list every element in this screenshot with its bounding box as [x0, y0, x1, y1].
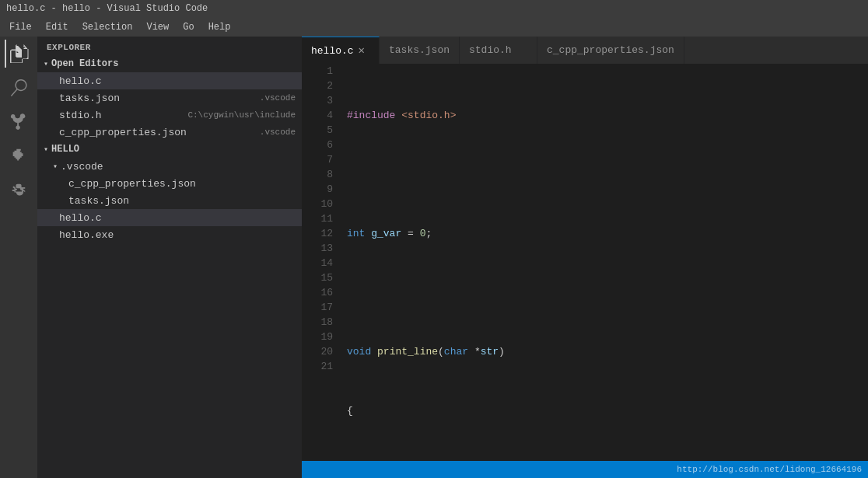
hello-c-name: hello.c	[59, 212, 102, 224]
line-num-16: 16	[302, 285, 333, 300]
line-num-4: 4	[302, 108, 333, 123]
open-editors-section[interactable]: ▾ Open Editors	[37, 55, 302, 72]
open-editor-hello-c[interactable]: hello.c	[37, 72, 302, 89]
title-text: hello.c - hello - Visual Studio Code	[6, 3, 208, 14]
line-num-8: 8	[302, 167, 333, 182]
line-num-13: 13	[302, 241, 333, 256]
line-num-11: 11	[302, 211, 333, 226]
line-num-18: 18	[302, 315, 333, 330]
open-editor-tasks-json-name: tasks.json	[59, 92, 255, 104]
open-editor-c-cpp[interactable]: c_cpp_properties.json .vscode	[37, 124, 302, 141]
vscode-folder-arrow: ▾	[53, 162, 58, 171]
tab-hello-c-close[interactable]: ✕	[359, 45, 365, 56]
code-line-5: void print_line(char *str)	[347, 344, 868, 359]
search-icon[interactable]	[5, 74, 33, 102]
tab-stdio-h-label: stdio.h	[469, 44, 512, 56]
hello-folder-label: HELLO	[51, 144, 79, 155]
code-editor: 1 2 3 4 5 6 7 8 9 10 11 12 13 14 15 16 1…	[302, 64, 868, 461]
tab-tasks-json[interactable]: tasks.json	[380, 37, 460, 64]
tab-bar: hello.c ✕ tasks.json stdio.h c_cpp_prope…	[302, 37, 868, 64]
line-num-6: 6	[302, 138, 333, 152]
open-editor-c-cpp-name: c_cpp_properties.json	[59, 127, 255, 138]
c-cpp-properties-file[interactable]: c_cpp_properties.json	[37, 175, 302, 192]
open-editor-tasks-json-path: .vscode	[260, 93, 296, 103]
code-line-6: {	[347, 403, 868, 418]
line-num-2: 2	[302, 79, 333, 93]
tab-tasks-json-label: tasks.json	[389, 44, 450, 56]
extensions-icon[interactable]	[5, 142, 33, 170]
hello-exe-file[interactable]: hello.exe	[37, 226, 302, 243]
menu-help[interactable]: Help	[202, 20, 237, 34]
tab-hello-c[interactable]: hello.c ✕	[302, 37, 380, 64]
hello-exe-name: hello.exe	[59, 229, 114, 241]
vscode-folder-name: .vscode	[61, 161, 103, 173]
source-control-icon[interactable]	[5, 108, 33, 136]
code-line-1: #include <stdio.h>	[347, 108, 868, 123]
hello-folder-section[interactable]: ▾ HELLO	[37, 141, 302, 158]
code-line-3: int g_var = 0;	[347, 226, 868, 241]
status-url: http://blog.csdn.net/lidong_12664196	[677, 465, 862, 474]
line-num-3: 3	[302, 93, 333, 108]
open-editor-stdio-h-name: stdio.h	[59, 110, 183, 121]
menu-bar: File Edit Selection View Go Help	[0, 17, 868, 37]
line-num-19: 19	[302, 330, 333, 344]
menu-go[interactable]: Go	[177, 20, 200, 34]
tab-c-cpp-properties[interactable]: c_cpp_properties.json	[537, 37, 684, 64]
files-icon[interactable]	[5, 40, 33, 68]
open-editor-stdio-h-path: C:\cygwin\usr\include	[187, 110, 296, 120]
tab-stdio-h[interactable]: stdio.h	[460, 37, 537, 64]
code-content[interactable]: #include <stdio.h> int g_var = 0; void p…	[341, 64, 868, 461]
explorer-header: Explorer	[37, 37, 302, 55]
debug-icon[interactable]	[5, 176, 33, 204]
line-num-20: 20	[302, 344, 333, 359]
code-line-2	[347, 167, 868, 182]
line-num-10: 10	[302, 197, 333, 211]
line-num-17: 17	[302, 300, 333, 315]
tab-c-cpp-properties-label: c_cpp_properties.json	[547, 44, 674, 56]
line-num-1: 1	[302, 64, 333, 79]
sidebar: Explorer ▾ Open Editors hello.c tasks.js…	[37, 37, 302, 478]
open-editor-hello-c-name: hello.c	[59, 75, 296, 87]
line-num-21: 21	[302, 359, 333, 374]
line-num-5: 5	[302, 123, 333, 138]
code-line-4	[347, 285, 868, 300]
tasks-json-file[interactable]: tasks.json	[37, 192, 302, 209]
status-bar: http://blog.csdn.net/lidong_12664196	[302, 461, 868, 478]
hello-folder-arrow: ▾	[44, 145, 48, 154]
line-num-7: 7	[302, 152, 333, 167]
menu-edit[interactable]: Edit	[40, 20, 75, 34]
vscode-folder[interactable]: ▾ .vscode	[37, 158, 302, 175]
c-cpp-properties-name: c_cpp_properties.json	[68, 178, 196, 190]
line-num-9: 9	[302, 182, 333, 197]
editor-area: hello.c ✕ tasks.json stdio.h c_cpp_prope…	[302, 37, 868, 478]
line-num-12: 12	[302, 226, 333, 241]
tab-hello-c-label: hello.c	[311, 45, 354, 57]
open-editors-arrow: ▾	[44, 59, 48, 68]
main-layout: Explorer ▾ Open Editors hello.c tasks.js…	[0, 37, 868, 478]
menu-file[interactable]: File	[3, 20, 38, 34]
line-num-14: 14	[302, 256, 333, 270]
open-editor-stdio-h[interactable]: stdio.h C:\cygwin\usr\include	[37, 106, 302, 124]
tasks-json-name: tasks.json	[68, 195, 129, 207]
open-editors-label: Open Editors	[51, 58, 118, 69]
hello-c-file[interactable]: hello.c	[37, 209, 302, 226]
title-bar: hello.c - hello - Visual Studio Code	[0, 0, 868, 17]
open-editor-c-cpp-path: .vscode	[260, 127, 296, 137]
activity-bar	[0, 37, 37, 478]
open-editor-tasks-json[interactable]: tasks.json .vscode	[37, 89, 302, 106]
menu-view[interactable]: View	[140, 20, 175, 34]
line-num-15: 15	[302, 270, 333, 285]
line-numbers: 1 2 3 4 5 6 7 8 9 10 11 12 13 14 15 16 1…	[302, 64, 341, 461]
menu-selection[interactable]: Selection	[76, 20, 139, 34]
